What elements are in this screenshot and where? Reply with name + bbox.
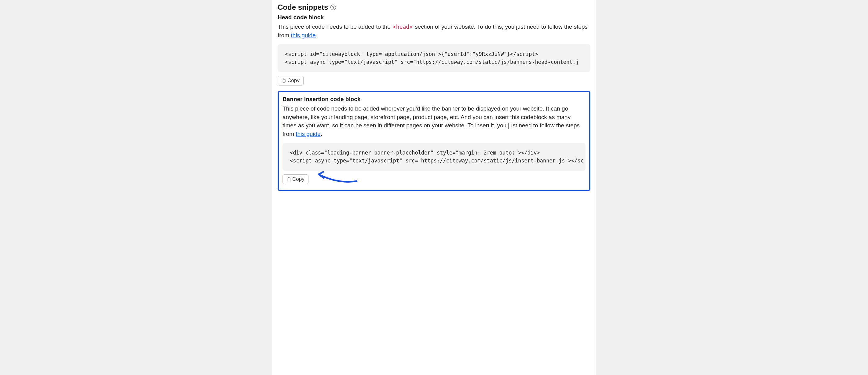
section-title-text: Code snippets [278, 3, 328, 11]
help-icon[interactable]: ? [331, 5, 336, 10]
banner-block-description: This piece of code needs to be added whe… [282, 104, 586, 138]
head-block-title: Head code block [278, 14, 590, 21]
banner-code-box[interactable]: <div class="loading-banner banner-placeh… [282, 143, 586, 171]
head-block-description: This piece of code needs to be added to … [278, 23, 590, 39]
head-tag-code: <head> [392, 24, 413, 30]
banner-block-highlight: Banner insertion code block This piece o… [278, 91, 590, 191]
banner-block-title: Banner insertion code block [282, 96, 586, 103]
desc-text: This piece of code needs to be added to … [278, 24, 392, 30]
annotation-arrow [314, 169, 360, 185]
clipboard-icon [282, 78, 286, 83]
section-title: Code snippets ? [278, 3, 590, 11]
desc-text: . [321, 131, 322, 137]
svg-rect-0 [283, 80, 285, 83]
copy-button[interactable]: Copy [278, 76, 304, 86]
guide-link[interactable]: this guide [291, 32, 315, 38]
content-card: Code snippets ? Head code block This pie… [272, 0, 596, 375]
desc-text: . [316, 32, 317, 38]
head-code-box[interactable]: <script id="citewayblock" type="applicat… [278, 44, 590, 72]
svg-rect-1 [288, 178, 290, 181]
guide-link[interactable]: this guide [296, 131, 320, 137]
desc-text: This piece of code needs to be added whe… [282, 105, 580, 137]
copy-label: Copy [292, 176, 305, 182]
copy-label: Copy [287, 77, 300, 84]
clipboard-icon [286, 177, 291, 182]
copy-button[interactable]: Copy [282, 175, 308, 184]
